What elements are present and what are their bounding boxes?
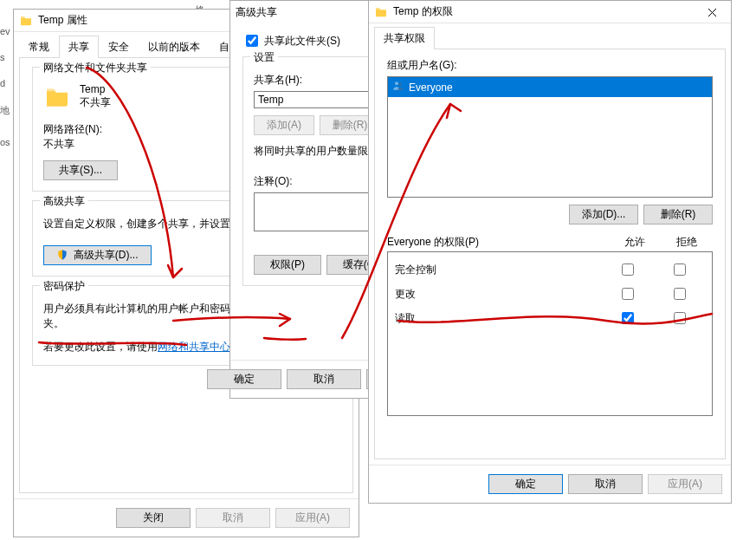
text-fragment: 若要更改此设置，请使用 bbox=[43, 341, 158, 353]
tab-pane: 组或用户名(G): Everyone 添加(D)... 删除(R) Everyo… bbox=[374, 49, 726, 459]
perm-for-label: Everyone 的权限(P) bbox=[387, 233, 609, 251]
tab-previous-versions[interactable]: 以前的版本 bbox=[139, 36, 210, 58]
group-legend: 密码保护 bbox=[40, 279, 88, 294]
tab-general[interactable]: 常规 bbox=[19, 36, 59, 58]
ok-button[interactable]: 确定 bbox=[488, 474, 563, 494]
window-title: 高级共享 bbox=[236, 5, 277, 20]
cancel-button[interactable]: 取消 bbox=[287, 369, 361, 389]
users-listbox[interactable]: Everyone bbox=[387, 76, 713, 198]
group-legend: 设置 bbox=[250, 50, 278, 65]
clip-text: s bbox=[0, 52, 5, 62]
close-button[interactable]: 关闭 bbox=[116, 508, 191, 528]
window-title: Temp 的权限 bbox=[393, 4, 453, 19]
ok-button[interactable]: 确定 bbox=[207, 369, 281, 389]
allow-checkbox[interactable] bbox=[622, 263, 634, 276]
remove-user-button[interactable]: 删除(R) bbox=[643, 205, 713, 224]
allow-header: 允许 bbox=[609, 233, 661, 251]
advanced-sharing-button-label: 高级共享(D)... bbox=[74, 249, 139, 261]
permissions-window: Temp 的权限 共享权限 组或用户名(G): Everyone 添加(D)..… bbox=[368, 0, 732, 504]
permissions-table: Everyone 的权限(P) 允许 拒绝 bbox=[387, 233, 713, 251]
folder-icon bbox=[374, 5, 388, 19]
share-folder-label: 共享此文件夹(S) bbox=[264, 34, 340, 49]
deny-checkbox[interactable] bbox=[674, 263, 686, 276]
groups-users-label: 组或用户名(G): bbox=[387, 58, 713, 73]
share-button[interactable]: 共享(S)... bbox=[43, 160, 118, 180]
svg-point-0 bbox=[395, 81, 398, 85]
item-status: 不共享 bbox=[80, 95, 111, 110]
folder-icon bbox=[43, 83, 71, 114]
titlebar[interactable]: Temp 的权限 bbox=[369, 1, 731, 23]
clip-text: 地 bbox=[0, 104, 10, 117]
clip-text: ev bbox=[0, 26, 10, 36]
permission-name: 完全控制 bbox=[395, 257, 601, 282]
permission-row: 读取 bbox=[395, 306, 705, 330]
apply-button[interactable]: 应用(A) bbox=[648, 474, 722, 494]
permission-row: 完全控制 bbox=[395, 257, 705, 282]
allow-checkbox[interactable] bbox=[622, 312, 634, 324]
shield-icon bbox=[56, 249, 73, 261]
list-item-label: Everyone bbox=[409, 81, 453, 94]
deny-checkbox[interactable] bbox=[674, 288, 686, 300]
folder-icon bbox=[19, 14, 33, 28]
dialog-buttons: 确定 取消 应用(A) bbox=[369, 465, 731, 503]
share-folder-check-input[interactable] bbox=[246, 35, 258, 47]
group-legend: 网络文件和文件夹共享 bbox=[40, 61, 151, 75]
permission-name: 更改 bbox=[395, 282, 601, 306]
group-legend: 高级共享 bbox=[40, 194, 88, 209]
allow-checkbox[interactable] bbox=[622, 288, 634, 300]
svg-point-1 bbox=[398, 82, 401, 85]
advanced-sharing-button[interactable]: 高级共享(D)... bbox=[43, 245, 152, 265]
tab-security[interactable]: 安全 bbox=[99, 36, 139, 58]
tab-share-permissions[interactable]: 共享权限 bbox=[374, 27, 435, 49]
tabs-bar: 共享权限 bbox=[369, 27, 731, 49]
dialog-buttons: 关闭 取消 应用(A) bbox=[14, 498, 359, 537]
apply-button[interactable]: 应用(A) bbox=[275, 508, 350, 528]
add-share-button[interactable]: 添加(A) bbox=[254, 115, 314, 135]
clip-text: d bbox=[0, 78, 5, 88]
network-center-link[interactable]: 网络和共享中心 bbox=[158, 341, 230, 353]
list-item[interactable]: Everyone bbox=[388, 77, 712, 97]
close-icon[interactable] bbox=[693, 1, 731, 23]
cancel-button[interactable]: 取消 bbox=[196, 508, 270, 528]
item-name: Temp bbox=[80, 83, 111, 95]
add-user-button[interactable]: 添加(D)... bbox=[569, 205, 638, 224]
deny-checkbox[interactable] bbox=[674, 312, 686, 324]
permission-row: 更改 bbox=[395, 282, 705, 306]
people-icon bbox=[391, 79, 405, 95]
permissions-button[interactable]: 权限(P) bbox=[254, 255, 321, 275]
permission-name: 读取 bbox=[395, 306, 601, 330]
cancel-button[interactable]: 取消 bbox=[568, 474, 643, 494]
permissions-listbox: 完全控制更改读取 bbox=[387, 251, 713, 416]
clip-text: os bbox=[0, 137, 10, 147]
tab-sharing[interactable]: 共享 bbox=[59, 36, 99, 58]
window-title: Temp 属性 bbox=[38, 13, 87, 28]
deny-header: 拒绝 bbox=[661, 233, 713, 251]
